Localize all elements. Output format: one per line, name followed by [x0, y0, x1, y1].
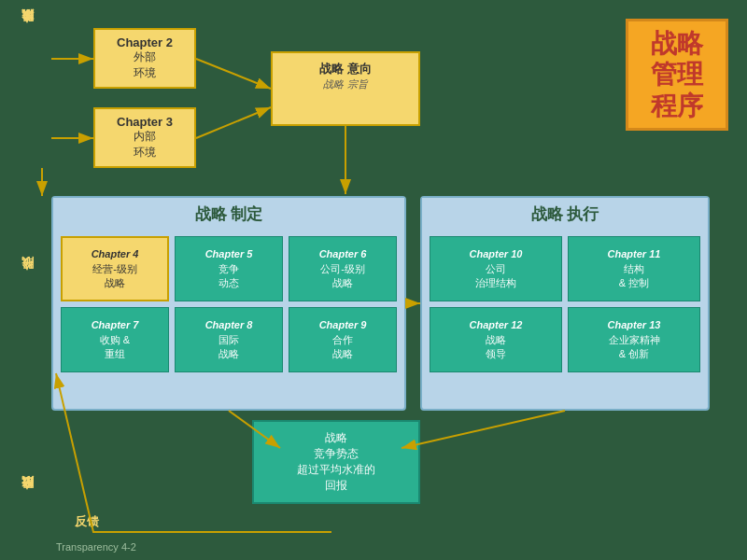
mission-box: 战略 意向 战略 宗旨	[271, 51, 420, 126]
svg-line-3	[196, 107, 271, 138]
title-box: 战略管理程序	[626, 19, 728, 131]
ch9-box: Chapter 9 合作战略	[289, 307, 397, 372]
execution-grid: Chapter 10 公司治理结构 Chapter 11 结构& 控制 Chap…	[422, 231, 708, 378]
svg-line-2	[196, 59, 271, 89]
execution-section: 战略 执行 Chapter 10 公司治理结构 Chapter 11 结构& 控…	[420, 196, 710, 411]
formulation-grid: Chapter 4 经营-级别战略 Chapter 5 竞争动态 Chapter…	[53, 231, 404, 378]
ch6-box: Chapter 6 公司-级别战略	[289, 236, 397, 301]
mission-subtitle: 战略 宗旨	[280, 77, 411, 91]
execution-header: 战略 执行	[422, 198, 708, 231]
ch11-box: Chapter 11 结构& 控制	[568, 236, 700, 301]
main-container: 战略管理程序 Chapter 2 外部 环境 Chapter 3 内部 环境 战…	[0, 0, 747, 560]
ch7-box: Chapter 7 收购 &重组	[61, 307, 169, 372]
ch5-box: Chapter 5 竞争动态	[175, 236, 283, 301]
title-text: 战略管理程序	[651, 28, 703, 122]
ch4-box: Chapter 4 经营-级别战略	[61, 236, 169, 301]
ch8-box: Chapter 8 国际战略	[175, 307, 283, 372]
ch3-title: Chapter 3	[105, 115, 185, 129]
formulation-section: 战略 制定 Chapter 4 经营-级别战略 Chapter 5 竞争动态 C…	[51, 196, 406, 411]
mission-title: 战略 意向	[280, 61, 411, 77]
formulation-header: 战略 制定	[53, 198, 404, 231]
ch13-box: Chapter 13 企业家精神& 创新	[568, 307, 700, 372]
ch10-box: Chapter 10 公司治理结构	[430, 236, 562, 301]
output-text: 战略 竞争势态 超过平均水准的 回报	[297, 430, 375, 493]
ch12-box: Chapter 12 战略领导	[430, 307, 562, 372]
feedback-label: 反馈	[75, 513, 99, 530]
svg-line-9	[402, 411, 565, 448]
ch2-text: 外部 环境	[105, 49, 185, 81]
ch2-box: Chapter 2 外部 环境	[93, 28, 196, 89]
transparency-label: Transparency 4-2	[56, 541, 136, 553]
ch2-title: Chapter 2	[105, 35, 185, 49]
ch3-text: 内部 环境	[105, 129, 185, 161]
ch3-box: Chapter 3 内部 环境	[93, 107, 196, 168]
output-box: 战略 竞争势态 超过平均水准的 回报	[252, 420, 420, 504]
